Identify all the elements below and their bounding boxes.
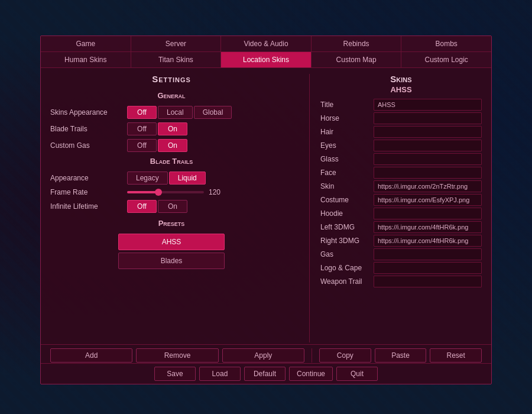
infinite-lifetime-off-btn[interactable]: Off [127, 200, 157, 213]
tab-server[interactable]: Server [131, 36, 222, 51]
bottom-bar-2: Save Load Default Continue Quit [41, 363, 491, 384]
paste-button[interactable]: Paste [375, 348, 427, 363]
skin-input-right3dmg[interactable] [374, 235, 482, 247]
default-button[interactable]: Default [244, 367, 286, 381]
blade-trails-toggle-row: Blade Trails Off On [50, 122, 293, 135]
infinite-lifetime-on-btn[interactable]: On [158, 200, 187, 213]
panel-divider [309, 74, 310, 342]
frame-rate-label: Frame Rate [50, 188, 127, 196]
skins-appearance-local-btn[interactable]: Local [158, 106, 193, 119]
skin-field-costume: Costume [320, 194, 482, 206]
blade-trails-on-btn[interactable]: On [158, 122, 187, 135]
tab-rebinds[interactable]: Rebinds [312, 36, 402, 51]
skin-field-glass: Glass [320, 153, 482, 165]
appearance-liquid-btn[interactable]: Liquid [169, 172, 206, 185]
infinite-lifetime-btngroup: Off On [127, 200, 187, 213]
infinite-lifetime-label: Infinite Lifetime [50, 202, 127, 211]
skin-field-weapon-trail: Weapon Trail [320, 276, 482, 287]
blade-trails-toggle-label: Blade Trails [50, 125, 127, 133]
content-area: Settings General Skins Appearance Off Lo… [41, 68, 491, 348]
appearance-legacy-btn[interactable]: Legacy [127, 172, 168, 185]
skin-input-left3dmg[interactable] [374, 221, 482, 233]
skin-field-left3dmg: Left 3DMG [320, 221, 482, 233]
appearance-row: Appearance Legacy Liquid [50, 172, 293, 185]
continue-button[interactable]: Continue [289, 367, 333, 381]
left-panel: Settings General Skins Appearance Off Lo… [50, 74, 304, 342]
tab-bombs[interactable]: Bombs [401, 36, 491, 51]
preset-ahss-btn[interactable]: AHSS [118, 234, 225, 250]
right-panel: Skins AHSS Title Horse Hair Eyes Glass [314, 74, 482, 342]
blade-trails-subtitle: Blade Trails [50, 157, 293, 166]
blade-trails-off-btn[interactable]: Off [127, 122, 157, 135]
tab-custom-map[interactable]: Custom Map [312, 52, 402, 67]
tab-titan-skins[interactable]: Titan Skins [131, 52, 222, 67]
skin-field-right3dmg: Right 3DMG [320, 235, 482, 247]
skin-field-face: Face [320, 167, 482, 179]
general-subtitle: General [50, 91, 293, 100]
main-window: Game Server Video & Audio Rebinds Bombs … [40, 35, 492, 384]
reset-button[interactable]: Reset [430, 348, 482, 363]
apply-button[interactable]: Apply [222, 348, 304, 363]
custom-gas-row: Custom Gas Off On [50, 139, 293, 152]
copy-button[interactable]: Copy [319, 348, 371, 363]
presets-subtitle: Presets [50, 219, 293, 228]
skins-appearance-btngroup: Off Local Global [127, 106, 232, 119]
frame-rate-row: Frame Rate 120 [50, 188, 293, 196]
skins-appearance-row: Skins Appearance Off Local Global [50, 106, 293, 119]
tab-bar-2: Human Skins Titan Skins Location Skins C… [41, 52, 491, 68]
skin-input-horse[interactable] [374, 112, 482, 124]
load-button[interactable]: Load [199, 367, 241, 381]
frame-rate-value: 120 [209, 188, 226, 196]
skin-input-eyes[interactable] [374, 140, 482, 151]
skin-input-hair[interactable] [374, 126, 482, 138]
skins-appearance-off-btn[interactable]: Off [127, 106, 157, 119]
bottom-divider [312, 348, 312, 363]
skin-input-face[interactable] [374, 167, 482, 179]
save-button[interactable]: Save [154, 367, 196, 381]
skin-field-hair: Hair [320, 126, 482, 138]
tab-human-skins[interactable]: Human Skins [41, 52, 131, 67]
custom-gas-btngroup: Off On [127, 139, 187, 152]
left-actions: Add Remove Apply [50, 348, 304, 363]
skin-field-skin: Skin [320, 180, 482, 192]
skin-field-gas: Gas [320, 248, 482, 260]
blade-trails-btngroup: Off On [127, 122, 187, 135]
skins-appearance-global-btn[interactable]: Global [194, 106, 232, 119]
add-button[interactable]: Add [50, 348, 132, 363]
tab-video-audio[interactable]: Video & Audio [221, 36, 312, 51]
appearance-btngroup: Legacy Liquid [127, 172, 206, 185]
infinite-lifetime-row: Infinite Lifetime Off On [50, 200, 293, 213]
tab-game[interactable]: Game [41, 36, 131, 51]
skin-field-title: Title [320, 99, 482, 111]
settings-title: Settings [50, 74, 293, 84]
custom-gas-off-btn[interactable]: Off [127, 139, 157, 152]
skin-input-glass[interactable] [374, 153, 482, 165]
skin-field-hoodie: Hoodie [320, 208, 482, 219]
skin-input-weapon-trail[interactable] [374, 276, 482, 287]
tab-custom-logic[interactable]: Custom Logic [401, 52, 491, 67]
skin-input-hoodie[interactable] [374, 208, 482, 219]
skin-field-eyes: Eyes [320, 140, 482, 151]
preset-blades-btn[interactable]: Blades [118, 253, 225, 269]
appearance-label: Appearance [50, 174, 127, 182]
skins-title: Skins [320, 74, 482, 84]
right-actions: Copy Paste Reset [319, 348, 482, 363]
skin-field-logo-cape: Logo & Cape [320, 262, 482, 274]
frame-rate-slider-container: 120 [127, 188, 293, 196]
skin-input-gas[interactable] [374, 248, 482, 260]
skin-input-title[interactable] [374, 99, 482, 111]
quit-button[interactable]: Quit [336, 367, 378, 381]
remove-button[interactable]: Remove [136, 348, 218, 363]
skins-subtitle: AHSS [320, 85, 482, 94]
skin-field-horse: Horse [320, 112, 482, 124]
frame-rate-slider[interactable] [127, 191, 204, 193]
tab-bar-1: Game Server Video & Audio Rebinds Bombs [41, 36, 491, 52]
skins-appearance-label: Skins Appearance [50, 108, 127, 117]
presets-container: Presets AHSS Blades [50, 219, 293, 269]
skin-input-logo-cape[interactable] [374, 262, 482, 274]
skin-input-skin[interactable] [374, 180, 482, 192]
tab-location-skins[interactable]: Location Skins [221, 52, 312, 67]
custom-gas-on-btn[interactable]: On [158, 139, 187, 152]
skin-input-costume[interactable] [374, 194, 482, 206]
custom-gas-label: Custom Gas [50, 141, 127, 150]
